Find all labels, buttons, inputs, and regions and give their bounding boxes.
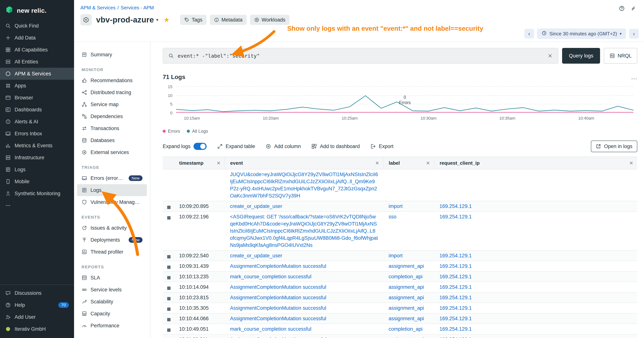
entity-switcher-chevron-icon[interactable]: ▾ bbox=[156, 17, 158, 23]
column-header-timestamp[interactable]: timestamp bbox=[174, 157, 225, 169]
table-row[interactable]: 10:10:23.815AssignmentCompletionMutation… bbox=[163, 292, 637, 303]
label-link[interactable]: completion_api bbox=[388, 326, 422, 332]
row-checkbox[interactable] bbox=[167, 276, 170, 279]
table-row[interactable]: 10:10:14.094AssignmentCompletionMutation… bbox=[163, 282, 637, 292]
label-link[interactable]: assignment_api bbox=[388, 337, 424, 338]
add-to-dashboard-button[interactable]: Add to dashboard bbox=[311, 144, 360, 149]
table-row[interactable]: 10:09:22.540create_or_update_userimport1… bbox=[163, 250, 637, 261]
label-link[interactable]: assignment_api bbox=[388, 316, 424, 321]
permalink-icon[interactable] bbox=[631, 5, 637, 12]
event-link[interactable]: AssignmentCompletionMutation successful bbox=[230, 284, 326, 290]
time-picker[interactable]: Since 30 minutes ago (GMT+2) ▾ bbox=[537, 29, 626, 39]
sidebar-item-mobile[interactable]: Mobile bbox=[0, 176, 74, 188]
ip-link[interactable]: 169.254.129.1 bbox=[440, 305, 472, 311]
sidebar-item-browser[interactable]: Browser bbox=[0, 92, 74, 104]
subnav-item-external-services[interactable]: External services bbox=[77, 146, 147, 158]
subnav-item-capacity[interactable]: Capacity bbox=[77, 308, 147, 320]
ip-link[interactable]: 169.254.129.1 bbox=[440, 203, 472, 209]
ip-link[interactable]: 169.254.129.1 bbox=[440, 214, 472, 219]
sidebar-item-synthetic-monitoring[interactable]: Synthetic Monitoring bbox=[0, 188, 74, 199]
label-link[interactable]: assignment_api bbox=[388, 295, 424, 300]
breadcrumb-link-services-apm[interactable]: Services - APM bbox=[120, 5, 154, 11]
remove-request-client-ip-column-icon[interactable] bbox=[629, 161, 634, 165]
event-link[interactable]: create_or_update_user bbox=[230, 203, 282, 209]
label-link[interactable]: sso bbox=[388, 214, 396, 219]
sidebar-item-dashboards[interactable]: Dashboards bbox=[0, 104, 74, 116]
event-link[interactable]: AssignmentCompletionMutation successful bbox=[230, 316, 326, 321]
time-forward-button[interactable]: › bbox=[629, 29, 639, 39]
sidebar-item-metrics-events[interactable]: Metrics & Events bbox=[0, 140, 74, 152]
table-row[interactable]: 10:09:22.196<ASGIRequest: GET '/sso/call… bbox=[163, 211, 637, 250]
legend-all-logs[interactable]: All Logs bbox=[187, 129, 208, 134]
subnav-item-recommendations[interactable]: Recommendations bbox=[77, 75, 147, 87]
subnav-item-transactions[interactable]: Transactions bbox=[77, 122, 147, 134]
row-checkbox[interactable] bbox=[167, 297, 170, 300]
subnav-item-deployments[interactable]: DeploymentsNew bbox=[77, 234, 147, 246]
tags-button[interactable]: Tags bbox=[180, 15, 206, 25]
table-row[interactable]: 10:09:20.895create_or_update_userimport1… bbox=[163, 201, 637, 211]
ip-link[interactable]: 169.254.129.1 bbox=[440, 263, 472, 269]
sidebar-item-apm-services[interactable]: APM & Services bbox=[0, 68, 74, 80]
subnav-item-distributed-tracing[interactable]: Distributed tracing bbox=[77, 87, 147, 98]
event-link[interactable]: create_or_update_user bbox=[230, 253, 282, 258]
sidebar-item-add-data[interactable]: Add Data bbox=[0, 32, 74, 44]
remove-timestamp-column-icon[interactable] bbox=[216, 161, 221, 165]
breadcrumb-link-apm-services[interactable]: APM & Services bbox=[80, 5, 116, 11]
subnav-item-dependencies[interactable]: Dependencies bbox=[77, 110, 147, 122]
row-checkbox[interactable] bbox=[167, 255, 170, 258]
workloads-button[interactable]: Workloads bbox=[250, 15, 290, 25]
ip-link[interactable]: 169.254.129.1 bbox=[440, 253, 472, 258]
row-checkbox[interactable] bbox=[167, 216, 170, 219]
metadata-button[interactable]: Metadata bbox=[210, 15, 247, 25]
subnav-item-service-map[interactable]: Service map bbox=[77, 98, 147, 110]
event-link[interactable]: mark_course_completion successful bbox=[230, 326, 311, 332]
event-link[interactable]: AssignmentCompletionMutation successful bbox=[230, 305, 326, 311]
sidebar-item-discussions[interactable]: Discussions bbox=[0, 287, 74, 299]
expand-table-button[interactable]: Expand table bbox=[217, 144, 255, 149]
subnav-item-logs[interactable]: Logs bbox=[77, 184, 147, 196]
ip-link[interactable]: 169.254.129.1 bbox=[440, 326, 472, 332]
row-checkbox[interactable] bbox=[167, 328, 170, 332]
table-row[interactable]: 10:10:49.051mark_course_completion succe… bbox=[163, 324, 637, 334]
subnav-item-sla[interactable]: SLA bbox=[77, 272, 147, 284]
subnav-item-summary[interactable]: Summary bbox=[77, 49, 147, 61]
sidebar-item-iterativ-gmbh[interactable]: Iterativ GmbH bbox=[0, 323, 74, 335]
event-link[interactable]: JUQVU&code=eyJraWQiOiJjcGltY29yZV8wOTl1M… bbox=[230, 172, 378, 199]
subnav-item-errors-errors-inb[interactable]: Errors (errors inb...New bbox=[77, 172, 147, 184]
column-header-event[interactable]: event bbox=[225, 157, 383, 169]
add-column-button[interactable]: Add column bbox=[266, 144, 301, 149]
sidebar-item-help[interactable]: Help70 bbox=[0, 299, 74, 311]
event-link[interactable]: <ASGIRequest: GET '/sso/callback/?state=… bbox=[230, 214, 378, 248]
ip-link[interactable]: 169.254.129.1 bbox=[440, 316, 472, 321]
row-checkbox[interactable] bbox=[167, 286, 170, 290]
ip-link[interactable]: 169.254.129.1 bbox=[440, 337, 472, 338]
sidebar-item-all-capabilities[interactable]: All Capabilities bbox=[0, 44, 74, 56]
log-query-input[interactable] bbox=[178, 53, 544, 59]
time-back-button[interactable]: ‹ bbox=[524, 29, 534, 39]
open-in-logs-button[interactable]: Open in logs bbox=[591, 141, 637, 152]
table-row[interactable]: 10:10:44.066AssignmentCompletionMutation… bbox=[163, 313, 637, 324]
sidebar-item-logs[interactable]: Logs bbox=[0, 164, 74, 176]
label-link[interactable]: assignment_api bbox=[388, 284, 424, 290]
ip-link[interactable]: 169.254.129.1 bbox=[440, 284, 472, 290]
ip-link[interactable]: 169.254.129.1 bbox=[440, 295, 472, 300]
table-row[interactable]: 10:10:35.305AssignmentCompletionMutation… bbox=[163, 303, 637, 313]
favorite-star-icon[interactable]: ★ bbox=[164, 16, 170, 24]
sidebar-item-more[interactable] bbox=[0, 199, 74, 211]
remove-label-column-icon[interactable] bbox=[426, 161, 430, 165]
sidebar-item-all-entities[interactable]: All Entities bbox=[0, 56, 74, 68]
row-checkbox[interactable] bbox=[167, 206, 170, 209]
label-link[interactable]: assignment_api bbox=[388, 263, 424, 269]
table-row[interactable]: JUQVU&code=eyJraWQiOiJjcGltY29yZV8wOTl1M… bbox=[163, 169, 637, 201]
remove-event-column-icon[interactable] bbox=[375, 161, 380, 165]
clear-query-icon[interactable] bbox=[548, 53, 553, 58]
table-row[interactable]: 10:11:00.311AssignmentCompletionMutation… bbox=[163, 334, 637, 338]
event-link[interactable]: mark_course_completion successful bbox=[230, 274, 311, 279]
sidebar-item-add-user[interactable]: Add User bbox=[0, 311, 74, 323]
subnav-item-databases[interactable]: Databases bbox=[77, 134, 147, 146]
label-link[interactable]: import bbox=[388, 203, 402, 209]
column-header-request-client-ip[interactable]: request_client_ip bbox=[434, 157, 637, 169]
expand-logs-toggle[interactable] bbox=[194, 143, 207, 150]
column-header-label[interactable]: label bbox=[383, 157, 434, 169]
sidebar-item-errors-inbox[interactable]: Errors Inbox bbox=[0, 128, 74, 140]
